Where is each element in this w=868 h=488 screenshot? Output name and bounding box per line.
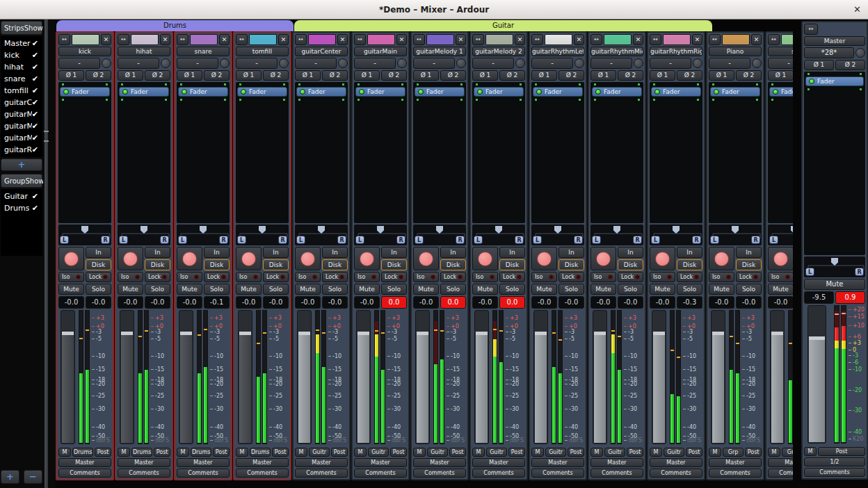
width-icon[interactable]: ↔	[58, 34, 70, 45]
close-icon[interactable]: ✕	[853, 4, 861, 15]
check-icon[interactable]: ✔	[32, 39, 38, 48]
mute-button[interactable]: Mute	[354, 284, 380, 295]
phase2-button[interactable]: Ø 2	[86, 70, 111, 81]
mute-button[interactable]: Mute	[768, 284, 793, 295]
mute-button[interactable]: Mute	[58, 284, 84, 295]
meter-bar-left[interactable]	[374, 310, 379, 444]
meter-bar-right[interactable]	[440, 310, 444, 444]
phase2-button[interactable]: Ø 2	[381, 70, 407, 81]
solo-lock-button[interactable]: Lock	[381, 272, 407, 282]
meter-bar-left[interactable]	[433, 310, 438, 444]
width-icon[interactable]: ↔	[236, 34, 248, 45]
tab-group-guitar[interactable]: Guitar	[294, 20, 712, 31]
metering-button[interactable]: M	[590, 448, 603, 457]
fader-processor-entry[interactable]: Fader	[592, 87, 642, 97]
comments-button[interactable]: Comments	[590, 469, 643, 478]
fader-handle[interactable]	[809, 336, 825, 340]
meter-point-button[interactable]: Post	[508, 448, 525, 457]
mute-button[interactable]: Mute	[804, 279, 865, 290]
master-name-button[interactable]: Master	[804, 36, 865, 46]
sidebar-strip-row[interactable]: Master✔	[1, 38, 42, 49]
solo-iso-button[interactable]: Iso	[177, 272, 202, 282]
record-enable-button[interactable]	[768, 247, 793, 270]
fader-handle[interactable]	[121, 332, 133, 335]
width-icon[interactable]: ↔	[177, 34, 188, 45]
monitor-input-button[interactable]: In	[263, 247, 289, 258]
pan-control[interactable]: L R	[650, 225, 702, 245]
record-enable-button[interactable]	[58, 247, 84, 270]
monitor-input-button[interactable]: In	[86, 247, 111, 258]
metering-button[interactable]: M	[58, 448, 71, 457]
close-icon[interactable]: ✕	[337, 34, 348, 45]
check-icon[interactable]: ✔	[32, 74, 38, 83]
pan-control[interactable]: L R	[413, 225, 466, 245]
pan-control[interactable]: L R	[58, 225, 111, 245]
trim-knob[interactable]	[574, 58, 584, 68]
processor-box[interactable]: Fader	[236, 82, 289, 223]
record-enable-button[interactable]	[413, 247, 439, 270]
trim-display[interactable]: -	[768, 58, 793, 69]
metering-button[interactable]: M	[118, 448, 130, 457]
group-button[interactable]: Drums	[250, 448, 271, 457]
track-name-button[interactable]: tomfill	[236, 47, 289, 56]
metering-button[interactable]: M	[768, 448, 780, 457]
phase1-button[interactable]: Ø 1	[709, 70, 734, 81]
pan-left-button[interactable]: L	[533, 236, 542, 244]
solo-iso-button[interactable]: Iso	[118, 272, 143, 282]
record-enable-button[interactable]	[295, 247, 321, 270]
trim-knob[interactable]	[515, 58, 525, 68]
monitor-input-button[interactable]: In	[677, 247, 702, 258]
meter-bar-left[interactable]	[670, 310, 675, 444]
peak-display[interactable]: 0.9	[835, 291, 865, 304]
master-trim-display[interactable]: *28*	[804, 47, 854, 58]
pan-right-button[interactable]: R	[692, 236, 701, 244]
processor-box[interactable]: Fader	[58, 82, 111, 223]
fader-processor-entry[interactable]: Fader	[178, 87, 228, 97]
peak-display[interactable]: -0.0	[736, 296, 762, 309]
meter-bar-right[interactable]	[380, 310, 385, 444]
gain-display[interactable]: -0.0	[413, 296, 439, 309]
meter-bar-left[interactable]	[834, 305, 839, 444]
phase1-button[interactable]: Ø 1	[650, 70, 675, 81]
fader-handle[interactable]	[298, 332, 310, 335]
record-enable-button[interactable]	[236, 247, 262, 270]
monitor-input-button[interactable]: In	[322, 247, 348, 258]
meter-point-button[interactable]: Post	[390, 448, 407, 457]
width-icon[interactable]: ↔	[472, 34, 484, 45]
record-enable-button[interactable]	[709, 247, 734, 270]
trim-display[interactable]: -	[472, 58, 514, 69]
track-name-button[interactable]: guitarMelody 1	[413, 47, 466, 56]
solo-lock-button[interactable]: Lock	[558, 272, 584, 282]
fader-handle[interactable]	[357, 332, 369, 335]
track-name-button[interactable]: guitarMain	[354, 47, 407, 56]
pan-left-button[interactable]: L	[415, 236, 424, 244]
solo-lock-button[interactable]: Lock	[618, 272, 643, 282]
gain-fader[interactable]	[652, 310, 666, 444]
comments-button[interactable]: Comments	[804, 468, 865, 477]
gain-display[interactable]: -9.5	[804, 291, 834, 304]
sidebar-strip-row[interactable]: snare✔	[1, 73, 42, 85]
processor-box[interactable]: Fader	[413, 82, 466, 223]
fader-processor-entry[interactable]: Fader	[651, 87, 701, 97]
pan-right-button[interactable]: R	[101, 236, 110, 244]
pan-left-button[interactable]: L	[592, 236, 601, 244]
processor-box[interactable]: Fader	[768, 82, 793, 223]
gain-fader[interactable]	[807, 305, 826, 444]
peak-display[interactable]: -0.0	[322, 296, 348, 309]
solo-button[interactable]: Solo	[736, 284, 762, 295]
width-icon[interactable]: ↔	[804, 24, 818, 35]
metering-button[interactable]: M	[177, 448, 189, 457]
meter-bar-left[interactable]	[315, 310, 320, 444]
gain-fader[interactable]	[120, 310, 134, 444]
trim-knob[interactable]	[855, 48, 865, 58]
gain-fader[interactable]	[179, 310, 193, 444]
fader-handle[interactable]	[594, 332, 606, 335]
solo-lock-button[interactable]: Lock	[204, 272, 230, 282]
group-button[interactable]: Guitr	[664, 448, 684, 457]
solo-button[interactable]: Solo	[145, 284, 170, 295]
trim-knob[interactable]	[693, 58, 702, 68]
pan-left-button[interactable]: L	[474, 236, 483, 244]
sidebar-strip-row[interactable]: guitarR✔	[1, 144, 42, 156]
metering-button[interactable]: M	[413, 448, 426, 457]
fader-processor-entry[interactable]: Fader	[60, 87, 110, 97]
